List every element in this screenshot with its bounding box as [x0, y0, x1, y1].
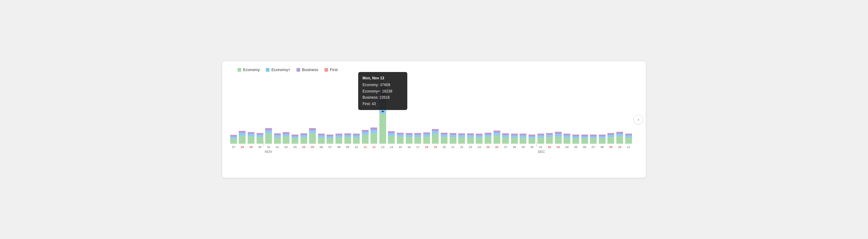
bar-group[interactable]: 15	[396, 133, 404, 148]
legend-dot-economy	[238, 68, 241, 72]
month-label: NOV	[264, 150, 272, 153]
bar-date-label: 13	[381, 145, 384, 148]
bar-group[interactable]: 13	[379, 82, 387, 148]
bar-date-label: 14	[390, 145, 393, 148]
bar-group[interactable]: 12	[370, 128, 378, 148]
legend-dot-economy-plus	[266, 68, 270, 72]
bar-stack	[414, 133, 421, 144]
bar-group[interactable]: 30	[528, 135, 536, 148]
bar-stack	[423, 132, 430, 144]
next-arrow-button[interactable]: ›	[633, 114, 643, 125]
bar-group[interactable]: 19	[432, 129, 439, 148]
bar-segment-eplus	[248, 134, 254, 136]
bar-segment-eplus	[239, 133, 246, 136]
bar-group[interactable]: 07	[589, 135, 597, 148]
bar-group[interactable]: 05	[572, 135, 580, 148]
bar-group[interactable]: 04	[300, 133, 308, 148]
legend-label-economy-plus: Economy+	[271, 67, 290, 72]
bar-group[interactable]: 06	[317, 134, 326, 148]
legend-dot-first	[324, 68, 328, 72]
bar-stack	[546, 133, 553, 144]
bar-date-label: 12	[372, 145, 376, 148]
bar-date-label: 27	[504, 145, 507, 148]
bar-group[interactable]: 20	[440, 133, 448, 148]
bar-group[interactable]: 29	[519, 134, 527, 148]
bar-segment-eplus	[318, 135, 325, 138]
bar-stack	[291, 135, 298, 144]
bar-group[interactable]: 31	[265, 128, 273, 148]
bar-segment-eplus	[397, 135, 404, 137]
bar-group[interactable]: 28	[510, 134, 518, 148]
bar-group[interactable]: 16	[405, 133, 413, 148]
legend-dot-business	[297, 68, 300, 72]
bar-segment-economy	[450, 137, 456, 144]
bar-group[interactable]: 10	[352, 134, 360, 148]
bar-stack	[230, 135, 237, 144]
bar-group[interactable]: 03	[554, 132, 562, 148]
bar-group[interactable]: 11	[361, 130, 369, 148]
bar-group[interactable]: 05	[308, 128, 316, 148]
bar-segment-economy	[318, 138, 325, 144]
bar-stack	[388, 131, 395, 144]
bar-stack	[520, 134, 526, 144]
bar-group[interactable]: 01	[274, 133, 281, 148]
bar-group[interactable]: 18	[423, 132, 431, 148]
bar-group[interactable]: 26	[493, 131, 501, 148]
bar-group[interactable]: 09	[607, 133, 615, 148]
bar-group[interactable]: 21	[449, 133, 457, 148]
bar-group[interactable]: 10	[616, 132, 624, 148]
bar-segment-eplus	[301, 135, 307, 137]
bar-segment-economy	[511, 138, 518, 144]
bar-group[interactable]: 27	[501, 133, 509, 148]
bar-group[interactable]: 11	[625, 134, 632, 148]
bar-segment-eplus	[379, 100, 386, 114]
bar-segment-economy	[441, 137, 447, 144]
bar-stack	[239, 131, 246, 144]
bar-stack	[336, 134, 342, 144]
bar-group[interactable]: 30	[256, 133, 264, 148]
bar-date-label: 23	[469, 145, 472, 148]
bar-segment-economy	[590, 138, 597, 144]
bar-group[interactable]: 02	[282, 132, 290, 148]
bar-segment-economy	[502, 137, 509, 144]
bar-group[interactable]: 07	[326, 135, 334, 148]
bar-group[interactable]: 28	[239, 131, 246, 148]
legend-label-business: Business	[302, 67, 318, 72]
bar-group[interactable]: 27	[229, 135, 238, 148]
bar-segment-eplus	[563, 135, 570, 138]
bar-segment-economy	[283, 136, 289, 144]
bar-group[interactable]: 17	[414, 133, 422, 148]
bar-segment-eplus	[520, 135, 526, 138]
bar-segment-economy	[274, 137, 281, 144]
bar-date-label: 27	[232, 145, 236, 148]
bar-group[interactable]: 23	[467, 133, 474, 148]
bar-group[interactable]: 29	[247, 132, 255, 148]
bar-date-label: 31	[267, 145, 270, 148]
bar-group[interactable]: 04	[563, 134, 571, 148]
bar-stack	[274, 133, 281, 144]
bar-segment-eplus	[344, 135, 351, 137]
bar-group[interactable]: 02	[546, 133, 553, 148]
bar-segment-economy	[362, 135, 369, 144]
bar-segment-eplus	[362, 132, 369, 135]
chart-area: Mon, Nov 13 Economy: 37609 Economy+: 182…	[228, 75, 633, 161]
month-divider	[536, 141, 537, 147]
bar-group[interactable]: 24	[475, 134, 484, 148]
bar-date-label: 07	[592, 145, 595, 148]
bar-group[interactable]: 03	[291, 135, 299, 148]
bar-stack	[494, 131, 500, 144]
bar-group[interactable]: 14	[388, 131, 396, 148]
bar-group[interactable]: 06	[581, 135, 589, 148]
bar-date-label: 11	[627, 145, 630, 148]
bar-group[interactable]: 25	[484, 133, 492, 148]
bar-segment-economy	[248, 136, 254, 144]
bar-segment-economy	[563, 138, 570, 144]
bar-segment-economy	[467, 137, 474, 144]
bar-group[interactable]: 08	[335, 134, 343, 148]
bar-date-label: 22	[460, 145, 463, 148]
bar-group[interactable]: 08	[598, 135, 606, 148]
bar-group[interactable]: 09	[344, 133, 352, 148]
bar-segment-eplus	[494, 133, 500, 135]
bar-group[interactable]: 22	[458, 133, 466, 148]
bar-group[interactable]: 01	[537, 134, 545, 148]
